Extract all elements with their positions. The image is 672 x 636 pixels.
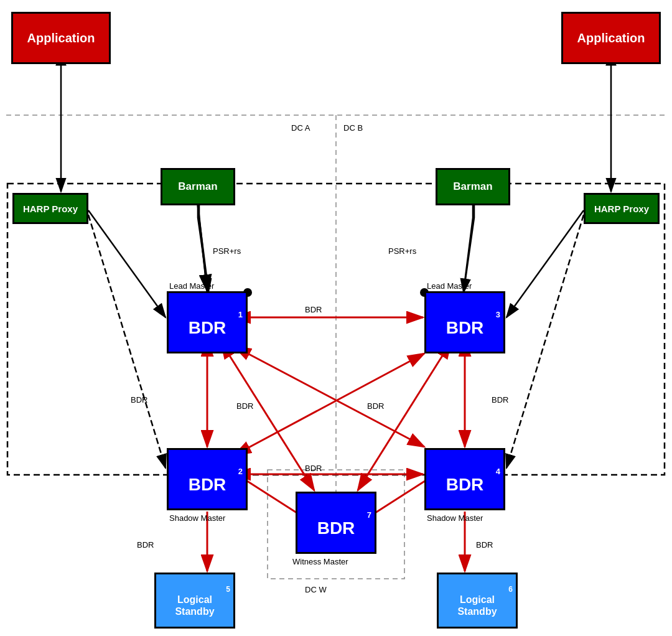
logical5-num: 5 [226, 585, 230, 594]
bdr-label-diag-2: BDR [367, 401, 384, 411]
bdr2-num: 2 [238, 467, 243, 476]
bdr1-num: 1 [238, 310, 243, 319]
bdr-label-h-bottom: BDR [305, 464, 322, 473]
bdr-label-right-v: BDR [492, 395, 508, 405]
bdr3-label: BDR [446, 319, 484, 337]
bdr4-num: 4 [496, 467, 500, 476]
app-right-label: Application [577, 31, 645, 45]
harp-proxy-right: HARP Proxy [584, 193, 660, 224]
harp-proxy-left: HARP Proxy [12, 193, 88, 224]
logical6-label: LogicalStandby [457, 594, 497, 617]
bdr2-label: BDR [189, 476, 226, 493]
app-left-label: Application [27, 31, 95, 45]
bdr1-label: BDR [189, 319, 226, 337]
bdr7-label: BDR [317, 520, 355, 537]
barman-left: Barman [161, 168, 235, 205]
bdr-label-br: BDR [476, 540, 493, 549]
bdr4-label: BDR [446, 476, 484, 493]
bdr3-num: 3 [496, 310, 500, 319]
svg-line-11 [506, 210, 584, 317]
svg-line-12 [88, 215, 166, 468]
barman-right: Barman [436, 168, 510, 205]
bdr4-role: Shadow Master [427, 513, 483, 523]
svg-line-19 [248, 353, 424, 448]
logical5-label: LogicalStandby [175, 594, 214, 617]
svg-rect-7 [7, 184, 665, 475]
psr-right-label: PSR+rs [388, 246, 416, 256]
svg-line-10 [88, 210, 166, 317]
bdr-node-4: 4 BDR [424, 448, 505, 510]
barman-right-label: Barman [453, 180, 492, 193]
app-left: Application [11, 12, 111, 64]
dc-w-label: DC W [305, 585, 327, 594]
dc-b-label: DC B [343, 123, 363, 133]
svg-line-13 [506, 215, 584, 468]
dc-a-label: DC A [291, 123, 310, 133]
logical-standby-5: 5 LogicalStandby [154, 573, 235, 629]
bdr-node-3: 3 BDR [424, 291, 505, 353]
barman-left-label: Barman [178, 180, 217, 193]
bdr-node-2: 2 BDR [167, 448, 248, 510]
bdr1-role: Lead Master [169, 281, 214, 291]
bdr-label-bl: BDR [137, 540, 154, 549]
bdr-node-1: 1 BDR [167, 291, 248, 353]
bdr7-num: 7 [367, 510, 371, 520]
app-right: Application [561, 12, 661, 64]
psr-left-label: PSR+rs [213, 246, 241, 256]
logical6-num: 6 [508, 585, 513, 594]
bdr-label-h-top: BDR [305, 305, 322, 314]
bdr-node-7: 7 BDR [296, 492, 376, 554]
bdr-label-diag-1: BDR [236, 401, 253, 411]
harp-left-label: HARP Proxy [23, 203, 78, 214]
bdr3-role: Lead Master [427, 281, 472, 291]
bdr2-role: Shadow Master [169, 513, 225, 523]
bdr-label-left-v: BDR [131, 395, 147, 405]
harp-right-label: HARP Proxy [594, 203, 649, 214]
bdr7-role: Witness Master [292, 557, 348, 566]
architecture-diagram: Application Application HARP Proxy HARP … [0, 0, 672, 636]
logical-standby-6: 6 LogicalStandby [437, 573, 518, 629]
svg-line-18 [248, 353, 424, 447]
